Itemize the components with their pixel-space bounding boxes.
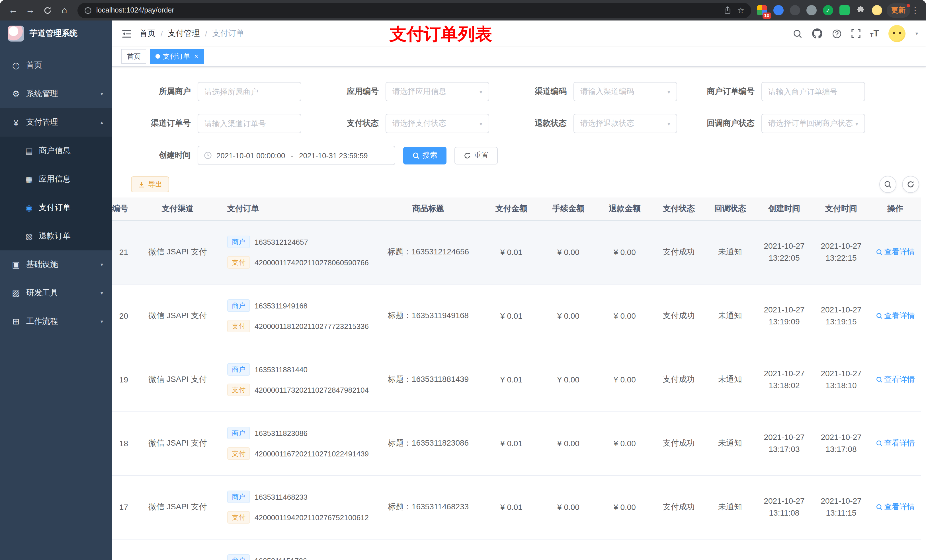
merchant-tag: 商户 [227,235,250,248]
table-row: 21 微信 JSAPI 支付 商户1635312124657 支付4200001… [112,220,921,284]
breadcrumb-section[interactable]: 支付管理 [168,29,200,39]
merchant-input[interactable] [198,82,301,101]
view-detail-link[interactable]: 查看详情 [876,502,915,512]
site-info-icon[interactable] [84,6,92,14]
chevron-down-icon: ▾ [480,120,483,127]
col-fee: 手续金额 [540,198,596,220]
browser-profile-avatar[interactable] [872,5,882,15]
avatar-caret-icon[interactable]: ▾ [915,31,918,36]
chevron-down-icon: ▾ [100,91,103,97]
view-detail-link[interactable]: 查看详情 [876,311,915,321]
merchant-order-no-input[interactable] [761,82,865,101]
tab-pay-order[interactable]: 支付订单 × [150,49,204,64]
home-icon[interactable]: ⌂ [57,3,72,18]
app-logo[interactable]: 芋道管理系统 [0,21,112,47]
clock-icon [204,151,212,159]
sidebar-item-label: 首页 [26,60,42,71]
update-button[interactable]: 更新 [887,3,910,17]
sidebar-item-workflow[interactable]: ⊞ 工作流程 ▾ [0,307,112,336]
puzzle-extensions-icon[interactable] [856,5,865,15]
reload-icon[interactable] [40,3,54,18]
font-size-icon[interactable]: TT [870,29,879,38]
table-row: 18 微信 JSAPI 支付 商户1635311823086 支付4200001… [112,412,921,475]
notify-status-select[interactable]: 请选择订单回调商户状态 ▾ [761,114,865,133]
forward-icon[interactable]: → [23,3,38,18]
user-avatar[interactable] [889,25,906,42]
refund-order-icon: ▧ [23,232,35,241]
active-tab-dot [156,54,160,59]
export-button[interactable]: 导出 [131,177,169,192]
refresh-table-icon[interactable] [902,176,919,193]
sidebar-item-system[interactable]: ⚙ 系统管理 ▾ [0,80,112,108]
merchant-tag: 商户 [227,363,250,376]
help-icon[interactable] [832,29,841,38]
fullscreen-icon[interactable] [851,29,860,38]
breadcrumb-home[interactable]: 首页 [139,29,156,39]
sidebar-item-label: 系统管理 [26,89,58,99]
sidebar-item-refund-order[interactable]: ▧ 退款订单 [0,222,112,251]
channel-code-select[interactable]: 请输入渠道编码 ▾ [573,82,677,101]
app-no-select[interactable]: 请选择应用信息 ▾ [386,82,489,101]
sidebar-item-home[interactable]: ◴ 首页 [0,51,112,80]
reset-button[interactable]: 重置 [454,146,498,164]
sidebar-item-label: 支付管理 [26,117,58,127]
detail-search-icon [876,249,882,255]
refund-status-select[interactable]: 请选择退款状态 ▾ [573,114,677,133]
share-icon[interactable] [724,6,731,14]
close-tab-icon[interactable]: × [194,52,198,60]
col-refund: 退款金额 [596,198,653,220]
field-merchant: 所属商户 [119,82,307,101]
date-range-picker[interactable]: 2021-10-01 00:00:00 - 2021-10-31 23:59:5… [198,146,395,165]
github-icon[interactable] [812,29,822,39]
pay-tag: 支付 [227,320,250,332]
pay-status-select[interactable]: 请选择支付状态 ▾ [386,114,489,133]
search-icon[interactable] [793,29,802,38]
sidebar-item-merchant-info[interactable]: ▤ 商户信息 [0,137,112,165]
extension-green-square-icon[interactable] [840,5,850,15]
field-channel-code: 渠道编码 请输入渠道编码 ▾ [495,82,683,101]
col-status: 支付状态 [653,198,705,220]
bookmark-star-icon[interactable]: ☆ [737,6,744,15]
toolbar-mini-buttons [879,176,919,193]
extension-gray-icon[interactable] [806,5,817,15]
breadcrumb-separator: / [205,29,207,38]
extension-check-icon[interactable]: ✓ [823,5,833,15]
col-id: 编号 [112,198,135,220]
sidebar-item-infrastructure[interactable]: ▣ 基础设施 ▾ [0,251,112,279]
col-title: 商品标题 [374,198,483,220]
refresh-icon [464,152,471,159]
sidebar-menu: ◴ 首页 ⚙ 系统管理 ▾ ¥ 支付管理 ▴ ▤ 商户信息 [0,47,112,560]
search-button[interactable]: 搜索 [403,146,446,164]
channel-order-no-input[interactable] [198,114,301,133]
sidebar-item-payment[interactable]: ¥ 支付管理 ▴ [0,108,112,137]
browser-menu-icon[interactable]: ⋮ [910,5,920,15]
sidebar-item-label: 基础设施 [26,260,58,270]
workflow-icon: ⊞ [9,316,23,327]
sidebar-fold-icon[interactable] [112,28,139,39]
view-detail-link[interactable]: 查看详情 [876,374,915,385]
sidebar-item-label: 支付订单 [39,202,71,213]
extension-dark-icon[interactable] [790,5,800,15]
merchant-icon: ▤ [23,146,35,155]
sidebar-item-app-info[interactable]: ▦ 应用信息 [0,165,112,193]
logo-image [8,26,24,42]
extension-grid-icon[interactable]: 10 [757,5,767,15]
extension-blue-icon[interactable] [773,5,784,15]
view-detail-link[interactable]: 查看详情 [876,438,915,448]
url-text[interactable]: localhost:1024/pay/order [96,6,720,14]
chevron-down-icon: ▾ [480,89,483,95]
dev-tools-icon: ▨ [9,288,23,298]
gear-icon: ⚙ [9,89,23,99]
view-detail-link[interactable]: 查看详情 [876,247,915,257]
table-row: 20 微信 JSAPI 支付 商户1635311949168 支付4200001… [112,284,921,348]
chevron-up-icon: ▴ [100,119,103,125]
field-pay-status: 支付状态 请选择支付状态 ▾ [307,114,495,133]
address-bar[interactable]: localhost:1024/pay/order ☆ [77,3,751,18]
toggle-search-icon[interactable] [879,176,896,193]
date-start[interactable]: 2021-10-01 00:00:00 [216,151,285,160]
sidebar-item-pay-order[interactable]: ◉ 支付订单 [0,193,112,222]
sidebar-item-dev-tools[interactable]: ▨ 研发工具 ▾ [0,279,112,307]
tab-home[interactable]: 首页 [121,49,146,64]
date-end[interactable]: 2021-10-31 23:59:59 [299,151,368,160]
back-icon[interactable]: ← [6,3,21,18]
